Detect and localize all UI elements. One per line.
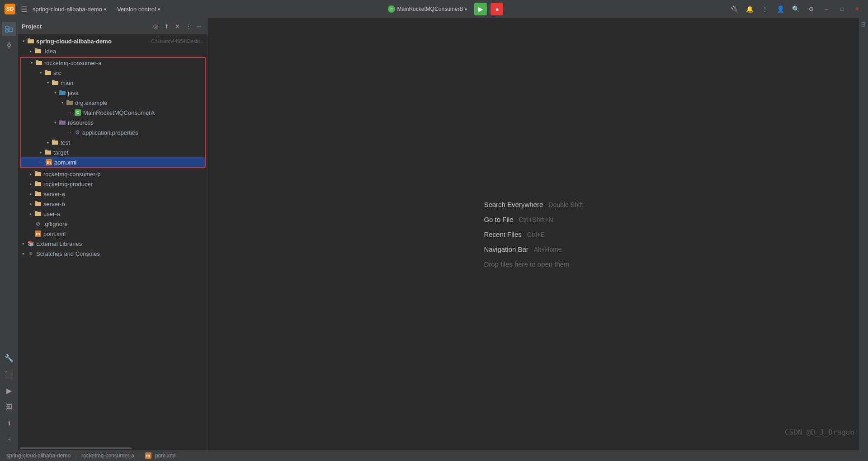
tree-label-org-example: org.example	[75, 99, 201, 106]
settings-button[interactable]: ⚙	[805, 3, 817, 15]
tree-item-gitignore[interactable]: ▸ ⊘ .gitignore	[18, 219, 208, 229]
sidebar-scrollbar-thumb[interactable]	[20, 447, 132, 449]
red-border-section: ▾ rocketmq-consumer-a ▾ src	[20, 57, 206, 168]
tree-item-main[interactable]: ▾ main	[21, 78, 205, 88]
sidebar-locate-btn[interactable]: ◎	[151, 21, 160, 31]
sidebar-gear-btn[interactable]: ⋮	[183, 21, 193, 31]
statusbar-module[interactable]: rocketmq-consumer-a	[80, 452, 136, 459]
consumer-a-class-icon: C	[74, 109, 81, 116]
run-config-label: MainRocketMQConsumerB	[397, 6, 463, 12]
server-a-folder-icon	[34, 190, 42, 198]
consumer-b-folder-icon	[34, 170, 42, 178]
svg-rect-17	[59, 90, 62, 91]
ext-libs-icon: 📚	[27, 240, 34, 247]
activity-tools[interactable]: 🔧	[2, 351, 16, 365]
tree-item-java[interactable]: ▾ java	[21, 88, 205, 98]
tree-label-consumer-a-class: MainRocketMQConsumerA	[83, 109, 201, 116]
svg-rect-34	[35, 212, 41, 216]
activity-commit[interactable]	[2, 38, 16, 52]
tree-label-src: src	[53, 70, 201, 76]
svg-rect-19	[66, 100, 69, 101]
hint-shortcut-recent: Ctrl+E	[527, 231, 545, 238]
activity-project[interactable]	[2, 22, 16, 36]
statusbar-file[interactable]: m pom.xml	[143, 452, 177, 459]
tree-label-server-b: server-b	[43, 201, 204, 207]
tree-item-target[interactable]: ▸ target	[21, 147, 205, 157]
sidebar-title: Project	[22, 23, 42, 30]
tree-item-pom-a[interactable]: ▸ → m pom.xml	[21, 157, 205, 167]
gitignore-icon: ⊘	[34, 220, 42, 227]
plugins-button[interactable]: 🔌	[728, 3, 741, 15]
svg-rect-21	[59, 120, 62, 121]
tree-label-java: java	[68, 89, 201, 96]
sidebar-close-btn[interactable]: ✕	[172, 21, 182, 31]
tree-item-org-example[interactable]: ▾ org.example	[21, 98, 205, 108]
svg-rect-29	[35, 181, 38, 183]
maximize-button[interactable]: □	[835, 3, 848, 15]
svg-rect-20	[59, 121, 66, 125]
sidebar-minimize-btn[interactable]: ─	[194, 21, 204, 31]
statusbar-root: spring-cloud-alibaba-demo	[6, 452, 71, 459]
tree-item-consumer-b[interactable]: ▸ rocketmq-consumer-b	[18, 169, 208, 179]
project-name-label: spring-cloud-alibaba-demo	[33, 6, 102, 13]
main-folder-icon	[52, 79, 59, 86]
close-button[interactable]: ✕	[851, 3, 863, 15]
tree-arrow-main: ▾	[44, 79, 52, 86]
tree-item-producer[interactable]: ▸ rocketmq-producer	[18, 179, 208, 189]
tree-item-src[interactable]: ▾ src	[21, 68, 205, 78]
tree-label-ext-libs: External Libraries	[36, 240, 204, 247]
hint-recent-files: Recent Files Ctrl+E	[484, 230, 545, 238]
sidebar-expand-btn[interactable]: ⬆	[161, 21, 171, 31]
activity-git2[interactable]: ⑂	[2, 432, 16, 447]
tree-item-idea[interactable]: ▸ .idea	[18, 46, 208, 56]
svg-rect-8	[35, 49, 41, 53]
run-button[interactable]: ▶	[474, 3, 487, 15]
tree-item-test[interactable]: ▸ test	[21, 137, 205, 147]
src-folder-icon	[44, 69, 52, 76]
search-button[interactable]: 🔍	[789, 3, 802, 15]
statusbar: spring-cloud-alibaba-demo › rocketmq-con…	[0, 450, 868, 461]
run-config[interactable]: C MainRocketMQConsumerB ▾	[384, 5, 471, 14]
project-dropdown-icon[interactable]: ▾	[104, 7, 106, 12]
notification-button[interactable]: 🔔	[743, 3, 756, 15]
tree-item-root[interactable]: ▾ spring-cloud-alibaba-demo C:\Users\449…	[18, 36, 208, 46]
accounts-button[interactable]: 👤	[774, 3, 787, 15]
titlebar-left: SD ☰ spring-cloud-alibaba-demo ▾ Version…	[5, 3, 160, 15]
titlebar-project[interactable]: spring-cloud-alibaba-demo ▾	[33, 6, 106, 13]
activity-info[interactable]: ℹ	[2, 416, 16, 430]
tree-arrow-user-a: ▸	[27, 210, 34, 217]
hint-shortcut-search: Double Shift	[548, 201, 583, 208]
svg-rect-35	[35, 211, 38, 212]
hamburger-icon[interactable]: ☰	[19, 3, 29, 15]
stop-button[interactable]: ■	[491, 3, 503, 15]
tree-item-server-a[interactable]: ▸ server-a	[18, 189, 208, 199]
statusbar-project[interactable]: spring-cloud-alibaba-demo	[5, 452, 72, 459]
tree-item-pom-root[interactable]: ▸ m pom.xml	[18, 229, 208, 239]
tree-item-scratches[interactable]: ▸ ≡ Scratches and Consoles	[18, 249, 208, 259]
right-icon-m[interactable]: m	[860, 22, 867, 27]
target-folder-icon	[44, 149, 52, 156]
tree-path-root: C:\Users\44954\Deskt...	[151, 38, 204, 44]
tree-label-scratches: Scratches and Consoles	[36, 250, 204, 257]
activity-plugins2[interactable]: ⬛	[2, 367, 16, 381]
tree-item-resources[interactable]: ▾ resources	[21, 118, 205, 127]
sidebar: Project ◎ ⬆ ✕ ⋮ ─ ▾ spring-cloud-alibaba…	[18, 18, 208, 450]
activity-run2[interactable]: ▶	[2, 383, 16, 398]
activity-image[interactable]: 🖼	[2, 400, 16, 414]
statusbar-module-label: rocketmq-consumer-a	[81, 452, 134, 459]
tree-item-server-b[interactable]: ▸ server-b	[18, 199, 208, 209]
tree-item-ext-libs[interactable]: ▸ 📚 External Libraries	[18, 239, 208, 249]
tree-item-consumer-a-class[interactable]: ▸ → C MainRocketMQConsumerA	[21, 108, 205, 118]
run-config-dropdown[interactable]: ▾	[465, 7, 467, 12]
tree-arrow-resources: ▾	[52, 119, 59, 126]
tree-arrow-test: ▸	[44, 139, 52, 146]
minimize-button[interactable]: ─	[820, 3, 833, 15]
tree-item-user-a[interactable]: ▸ user-a	[18, 209, 208, 219]
tree-item-app-props[interactable]: ▸ → ⚙ application.properties	[21, 127, 205, 137]
sidebar-content: ▾ spring-cloud-alibaba-demo C:\Users\449…	[18, 34, 208, 447]
sidebar-scrollbar[interactable]	[18, 447, 208, 450]
hint-shortcut-nav: Alt+Home	[534, 246, 562, 253]
tree-item-consumer-a[interactable]: ▾ rocketmq-consumer-a	[21, 58, 205, 68]
titlebar-vcs[interactable]: Version control ▾	[117, 6, 160, 13]
more-button[interactable]: ⋮	[759, 3, 771, 15]
